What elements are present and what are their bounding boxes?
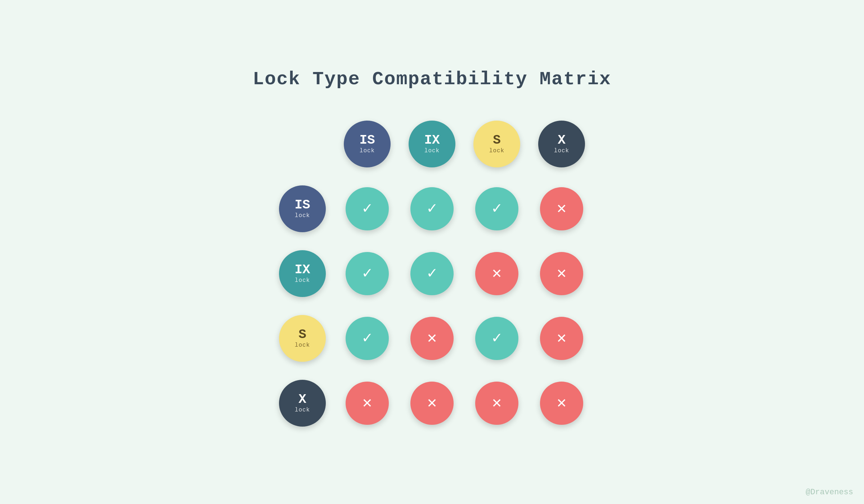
col-header-x: Xlock (529, 112, 594, 176)
cross-symbol: ✕ (557, 330, 567, 346)
col-header-s: Slock (464, 112, 529, 176)
cross-symbol: ✕ (557, 201, 567, 217)
cell-x-ix: ✕ (400, 371, 464, 436)
header-empty (270, 112, 335, 176)
cell-ix-x: ✕ (529, 241, 594, 306)
row-sub-is: lock (295, 212, 310, 219)
row-sub-x: lock (295, 407, 310, 413)
row-circle-ix: IXlock (279, 250, 326, 297)
cell-s-is: ✓ (335, 306, 400, 371)
check-circle: ✓ (475, 317, 518, 360)
cross-circle: ✕ (540, 317, 583, 360)
row-circle-is: ISlock (279, 185, 326, 232)
watermark: @Draveness (806, 488, 853, 497)
row-abbr-ix: IX (294, 264, 310, 276)
col-abbr-ix: IX (424, 134, 440, 147)
col-sub-is: lock (360, 148, 375, 154)
cross-circle: ✕ (540, 187, 583, 230)
cross-circle: ✕ (475, 382, 518, 425)
col-abbr-is: IS (359, 134, 375, 147)
check-symbol: ✓ (427, 201, 437, 217)
row-x: Xlock✕✕✕✕ (270, 371, 594, 436)
cell-s-s: ✓ (464, 306, 529, 371)
check-circle: ✓ (410, 187, 454, 230)
cell-ix-s: ✕ (464, 241, 529, 306)
cell-x-s: ✕ (464, 371, 529, 436)
matrix-container: ISlockIXlockSlockXlockISlock✓✓✓✕IXlock✓✓… (270, 112, 594, 436)
cross-circle: ✕ (540, 252, 583, 295)
col-circle-x: Xlock (538, 121, 585, 167)
col-circle-ix: IXlock (409, 121, 455, 167)
cell-is-x: ✕ (529, 176, 594, 241)
row-s: Slock✓✕✓✕ (270, 306, 594, 371)
check-circle: ✓ (475, 187, 518, 230)
cross-circle: ✕ (540, 382, 583, 425)
cell-is-s: ✓ (464, 176, 529, 241)
row-abbr-x: X (298, 393, 306, 406)
cell-ix-is: ✓ (335, 241, 400, 306)
row-circle-x: Xlock (279, 380, 326, 427)
cell-s-x: ✕ (529, 306, 594, 371)
col-sub-ix: lock (424, 148, 440, 154)
check-circle: ✓ (346, 317, 389, 360)
cell-is-is: ✓ (335, 176, 400, 241)
cell-s-ix: ✕ (400, 306, 464, 371)
check-circle: ✓ (346, 187, 389, 230)
row-ix: IXlock✓✓✕✕ (270, 241, 594, 306)
check-symbol: ✓ (492, 201, 502, 217)
row-abbr-is: IS (294, 199, 310, 212)
cross-symbol: ✕ (557, 395, 567, 411)
cell-ix-ix: ✓ (400, 241, 464, 306)
check-symbol: ✓ (363, 266, 372, 282)
check-symbol: ✓ (363, 330, 372, 346)
cell-x-is: ✕ (335, 371, 400, 436)
page-title: Lock Type Compatibility Matrix (253, 69, 611, 90)
cross-circle: ✕ (410, 382, 454, 425)
col-sub-s: lock (489, 148, 504, 154)
col-circle-s: Slock (473, 121, 520, 167)
col-circle-is: ISlock (344, 121, 391, 167)
cross-circle: ✕ (410, 317, 454, 360)
check-symbol: ✓ (427, 266, 437, 282)
col-header-ix: IXlock (400, 112, 464, 176)
row-circle-s: Slock (279, 315, 326, 362)
cell-x-x: ✕ (529, 371, 594, 436)
col-abbr-s: S (493, 134, 501, 147)
check-symbol: ✓ (492, 330, 502, 346)
row-header-ix: IXlock (270, 241, 335, 306)
header-row: ISlockIXlockSlockXlock (270, 112, 594, 176)
cell-is-ix: ✓ (400, 176, 464, 241)
row-is: ISlock✓✓✓✕ (270, 176, 594, 241)
cross-symbol: ✕ (492, 266, 502, 282)
cross-circle: ✕ (346, 382, 389, 425)
cross-symbol: ✕ (363, 395, 372, 411)
col-header-is: ISlock (335, 112, 400, 176)
row-header-is: ISlock (270, 176, 335, 241)
row-sub-ix: lock (295, 277, 310, 284)
cross-symbol: ✕ (427, 395, 437, 411)
cross-symbol: ✕ (492, 395, 502, 411)
col-sub-x: lock (554, 148, 569, 154)
cross-circle: ✕ (475, 252, 518, 295)
check-circle: ✓ (410, 252, 454, 295)
col-abbr-x: X (558, 134, 566, 147)
cross-symbol: ✕ (427, 330, 437, 346)
row-header-x: Xlock (270, 371, 335, 436)
cross-symbol: ✕ (557, 266, 567, 282)
row-header-s: Slock (270, 306, 335, 371)
row-sub-s: lock (295, 342, 310, 348)
check-circle: ✓ (346, 252, 389, 295)
row-abbr-s: S (298, 328, 306, 341)
check-symbol: ✓ (363, 201, 372, 217)
